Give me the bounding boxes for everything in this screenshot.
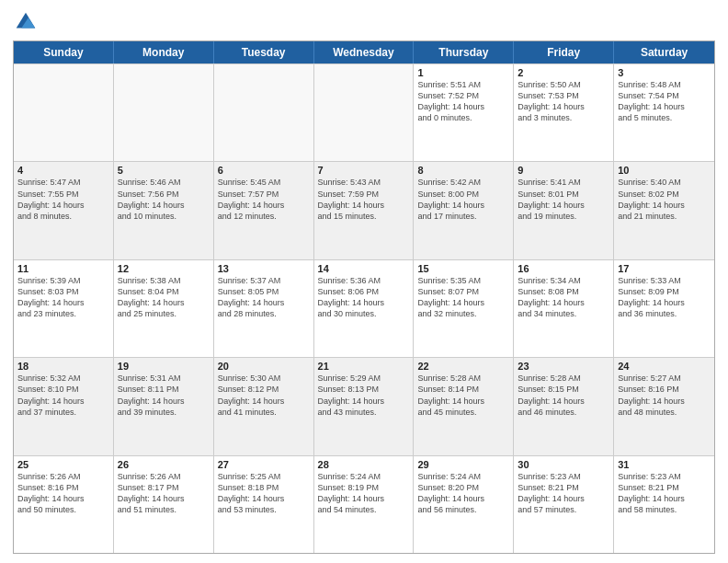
- day-cell: 29Sunrise: 5:24 AM Sunset: 8:20 PM Dayli…: [414, 456, 514, 553]
- day-number: 17: [618, 263, 711, 274]
- day-cell: 18Sunrise: 5:32 AM Sunset: 8:10 PM Dayli…: [14, 358, 114, 454]
- day-cell: 30Sunrise: 5:23 AM Sunset: 8:21 PM Dayli…: [514, 456, 614, 553]
- day-cell: [214, 64, 314, 161]
- calendar-header-row: SundayMondayTuesdayWednesdayThursdayFrid…: [14, 41, 714, 63]
- day-cell: 23Sunrise: 5:28 AM Sunset: 8:15 PM Dayli…: [514, 358, 614, 454]
- day-cell: 10Sunrise: 5:40 AM Sunset: 8:02 PM Dayli…: [614, 162, 714, 259]
- day-header-wednesday: Wednesday: [314, 41, 415, 63]
- day-info: Sunrise: 5:50 AM Sunset: 7:53 PM Dayligh…: [518, 79, 609, 124]
- day-number: 9: [518, 165, 609, 176]
- day-number: 4: [17, 165, 109, 176]
- day-header-saturday: Saturday: [614, 41, 714, 63]
- day-number: 14: [318, 263, 410, 274]
- day-header-tuesday: Tuesday: [214, 41, 314, 63]
- day-info: Sunrise: 5:40 AM Sunset: 8:02 PM Dayligh…: [618, 177, 711, 222]
- day-cell: 22Sunrise: 5:28 AM Sunset: 8:14 PM Dayli…: [414, 358, 514, 454]
- day-header-sunday: Sunday: [14, 41, 114, 63]
- day-cell: 17Sunrise: 5:33 AM Sunset: 8:09 PM Dayli…: [614, 260, 714, 357]
- day-info: Sunrise: 5:24 AM Sunset: 8:20 PM Dayligh…: [417, 471, 509, 516]
- day-number: 8: [417, 165, 509, 176]
- week-row-5: 25Sunrise: 5:26 AM Sunset: 8:16 PM Dayli…: [14, 455, 714, 553]
- day-info: Sunrise: 5:29 AM Sunset: 8:13 PM Dayligh…: [318, 373, 410, 418]
- day-info: Sunrise: 5:23 AM Sunset: 8:21 PM Dayligh…: [618, 471, 711, 516]
- day-number: 13: [218, 263, 310, 274]
- day-cell: 4Sunrise: 5:47 AM Sunset: 7:55 PM Daylig…: [14, 162, 114, 259]
- day-info: Sunrise: 5:26 AM Sunset: 8:16 PM Dayligh…: [17, 471, 109, 516]
- day-info: Sunrise: 5:42 AM Sunset: 8:00 PM Dayligh…: [417, 177, 509, 222]
- day-number: 26: [118, 459, 210, 470]
- day-number: 7: [318, 165, 410, 176]
- day-cell: 15Sunrise: 5:35 AM Sunset: 8:07 PM Dayli…: [414, 260, 514, 357]
- page: SundayMondayTuesdayWednesdayThursdayFrid…: [0, 0, 728, 563]
- day-number: 30: [518, 459, 609, 470]
- day-header-friday: Friday: [514, 41, 614, 63]
- day-cell: 16Sunrise: 5:34 AM Sunset: 8:08 PM Dayli…: [514, 260, 614, 357]
- day-info: Sunrise: 5:43 AM Sunset: 7:59 PM Dayligh…: [318, 177, 410, 222]
- day-cell: 3Sunrise: 5:48 AM Sunset: 7:54 PM Daylig…: [614, 64, 714, 161]
- day-cell: 28Sunrise: 5:24 AM Sunset: 8:19 PM Dayli…: [314, 456, 415, 553]
- day-cell: [114, 64, 214, 161]
- day-cell: 14Sunrise: 5:36 AM Sunset: 8:06 PM Dayli…: [314, 260, 415, 357]
- day-info: Sunrise: 5:38 AM Sunset: 8:04 PM Dayligh…: [118, 275, 210, 320]
- day-info: Sunrise: 5:51 AM Sunset: 7:52 PM Dayligh…: [417, 79, 509, 124]
- week-row-4: 18Sunrise: 5:32 AM Sunset: 8:10 PM Dayli…: [14, 357, 714, 454]
- day-info: Sunrise: 5:24 AM Sunset: 8:19 PM Dayligh…: [318, 471, 410, 516]
- logo: [13, 9, 42, 35]
- day-info: Sunrise: 5:33 AM Sunset: 8:09 PM Dayligh…: [618, 275, 711, 320]
- header: [13, 9, 715, 35]
- day-cell: 13Sunrise: 5:37 AM Sunset: 8:05 PM Dayli…: [214, 260, 314, 357]
- day-info: Sunrise: 5:35 AM Sunset: 8:07 PM Dayligh…: [417, 275, 509, 320]
- day-header-thursday: Thursday: [414, 41, 514, 63]
- day-number: 20: [218, 361, 310, 372]
- day-number: 19: [118, 361, 210, 372]
- day-cell: 7Sunrise: 5:43 AM Sunset: 7:59 PM Daylig…: [314, 162, 415, 259]
- day-number: 18: [17, 361, 109, 372]
- day-cell: 26Sunrise: 5:26 AM Sunset: 8:17 PM Dayli…: [114, 456, 214, 553]
- day-number: 15: [417, 263, 509, 274]
- day-header-monday: Monday: [114, 41, 214, 63]
- day-cell: 5Sunrise: 5:46 AM Sunset: 7:56 PM Daylig…: [114, 162, 214, 259]
- day-cell: 21Sunrise: 5:29 AM Sunset: 8:13 PM Dayli…: [314, 358, 415, 454]
- day-info: Sunrise: 5:45 AM Sunset: 7:57 PM Dayligh…: [218, 177, 310, 222]
- day-number: 1: [417, 67, 509, 78]
- day-cell: [14, 64, 114, 161]
- day-cell: 24Sunrise: 5:27 AM Sunset: 8:16 PM Dayli…: [614, 358, 714, 454]
- logo-icon: [13, 9, 39, 35]
- day-info: Sunrise: 5:28 AM Sunset: 8:15 PM Dayligh…: [518, 373, 609, 418]
- day-cell: [314, 64, 415, 161]
- day-number: 11: [17, 263, 109, 274]
- day-number: 31: [618, 459, 711, 470]
- day-cell: 31Sunrise: 5:23 AM Sunset: 8:21 PM Dayli…: [614, 456, 714, 553]
- week-row-3: 11Sunrise: 5:39 AM Sunset: 8:03 PM Dayli…: [14, 259, 714, 357]
- day-info: Sunrise: 5:30 AM Sunset: 8:12 PM Dayligh…: [218, 373, 310, 418]
- day-info: Sunrise: 5:34 AM Sunset: 8:08 PM Dayligh…: [518, 275, 609, 320]
- day-info: Sunrise: 5:46 AM Sunset: 7:56 PM Dayligh…: [118, 177, 210, 222]
- day-info: Sunrise: 5:47 AM Sunset: 7:55 PM Dayligh…: [17, 177, 109, 222]
- day-cell: 8Sunrise: 5:42 AM Sunset: 8:00 PM Daylig…: [414, 162, 514, 259]
- day-cell: 20Sunrise: 5:30 AM Sunset: 8:12 PM Dayli…: [214, 358, 314, 454]
- day-cell: 6Sunrise: 5:45 AM Sunset: 7:57 PM Daylig…: [214, 162, 314, 259]
- day-info: Sunrise: 5:31 AM Sunset: 8:11 PM Dayligh…: [118, 373, 210, 418]
- day-info: Sunrise: 5:32 AM Sunset: 8:10 PM Dayligh…: [17, 373, 109, 418]
- day-info: Sunrise: 5:23 AM Sunset: 8:21 PM Dayligh…: [518, 471, 609, 516]
- day-cell: 12Sunrise: 5:38 AM Sunset: 8:04 PM Dayli…: [114, 260, 214, 357]
- day-info: Sunrise: 5:26 AM Sunset: 8:17 PM Dayligh…: [118, 471, 210, 516]
- day-info: Sunrise: 5:28 AM Sunset: 8:14 PM Dayligh…: [417, 373, 509, 418]
- day-number: 24: [618, 361, 711, 372]
- day-number: 22: [417, 361, 509, 372]
- calendar-body: 1Sunrise: 5:51 AM Sunset: 7:52 PM Daylig…: [14, 63, 714, 553]
- week-row-2: 4Sunrise: 5:47 AM Sunset: 7:55 PM Daylig…: [14, 161, 714, 259]
- day-cell: 25Sunrise: 5:26 AM Sunset: 8:16 PM Dayli…: [14, 456, 114, 553]
- day-cell: 2Sunrise: 5:50 AM Sunset: 7:53 PM Daylig…: [514, 64, 614, 161]
- day-cell: 9Sunrise: 5:41 AM Sunset: 8:01 PM Daylig…: [514, 162, 614, 259]
- calendar: SundayMondayTuesdayWednesdayThursdayFrid…: [13, 40, 715, 554]
- day-cell: 19Sunrise: 5:31 AM Sunset: 8:11 PM Dayli…: [114, 358, 214, 454]
- day-info: Sunrise: 5:41 AM Sunset: 8:01 PM Dayligh…: [518, 177, 609, 222]
- day-info: Sunrise: 5:36 AM Sunset: 8:06 PM Dayligh…: [318, 275, 410, 320]
- day-cell: 27Sunrise: 5:25 AM Sunset: 8:18 PM Dayli…: [214, 456, 314, 553]
- day-number: 16: [518, 263, 609, 274]
- day-number: 29: [417, 459, 509, 470]
- day-cell: 11Sunrise: 5:39 AM Sunset: 8:03 PM Dayli…: [14, 260, 114, 357]
- day-cell: 1Sunrise: 5:51 AM Sunset: 7:52 PM Daylig…: [414, 64, 514, 161]
- day-number: 28: [318, 459, 410, 470]
